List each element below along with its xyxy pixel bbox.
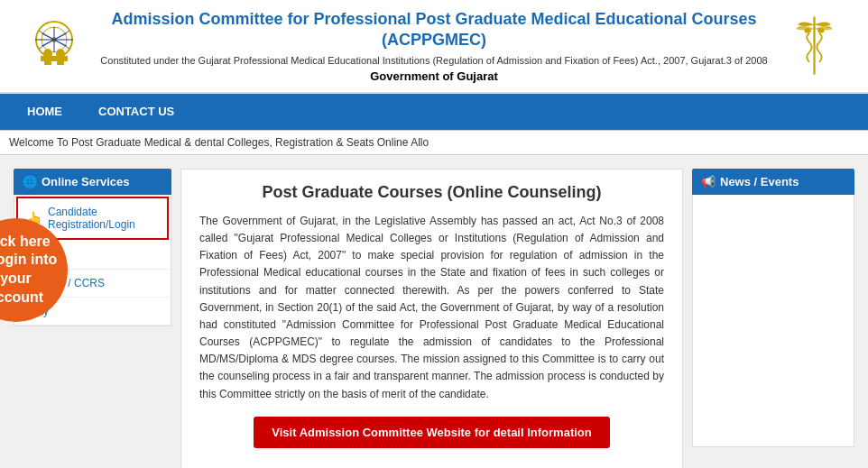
header-govt: Government of Gujarat <box>90 69 778 83</box>
header-subtitle: Constituted under the Gujarat Profession… <box>90 55 778 66</box>
click-circle-text: Click here to login into your account <box>0 233 59 307</box>
marquee-bar: Welcome To Post Graduate Medical & denta… <box>0 130 868 155</box>
main-content: Post Graduate Courses (Online Counseling… <box>180 169 683 468</box>
click-circle[interactable]: Click here to login into your account <box>0 218 68 322</box>
svg-point-11 <box>56 49 65 60</box>
news-body <box>692 195 854 447</box>
header-text-block: Admission Committee for Professional Pos… <box>90 9 778 83</box>
svg-rect-13 <box>57 61 64 65</box>
header-title: Admission Committee for Professional Pos… <box>90 9 778 51</box>
svg-point-10 <box>43 49 52 60</box>
content-body: The Government of Gujarat, in the Legisl… <box>199 213 664 403</box>
news-header-label: News / Events <box>720 175 799 188</box>
svg-point-16 <box>817 29 824 34</box>
main-area: 🌐 Online Services 👆 Candidate Registrati… <box>0 155 868 468</box>
online-services-header: 🌐 Online Services <box>14 169 171 195</box>
page-header: Admission Committee for Professional Pos… <box>0 0 868 94</box>
marquee-text: Welcome To Post Graduate Medical & denta… <box>9 136 429 149</box>
nav-home[interactable]: HOME <box>9 94 80 130</box>
news-header: 📢 News / Events <box>692 169 854 195</box>
news-sidebar: 📢 News / Events <box>692 169 854 468</box>
nav-bar: HOME CONTACT US <box>0 94 868 130</box>
nav-contact-us[interactable]: CONTACT US <box>80 94 192 130</box>
svg-rect-12 <box>44 61 51 65</box>
sidebar-header-label: Online Services <box>42 175 130 188</box>
svg-point-15 <box>804 29 810 34</box>
content-title: Post Graduate Courses (Online Counseling… <box>199 183 664 202</box>
header-logo <box>18 10 90 82</box>
registration-label: Candidate Registration/Login <box>48 206 158 231</box>
megaphone-icon: 📢 <box>701 175 716 188</box>
visit-btn[interactable]: Visit Admission Committee Website for de… <box>254 417 609 448</box>
header-right-logo <box>778 12 850 79</box>
globe-icon: 🌐 <box>23 175 37 188</box>
online-services-sidebar: 🌐 Online Services 👆 Candidate Registrati… <box>14 169 171 468</box>
